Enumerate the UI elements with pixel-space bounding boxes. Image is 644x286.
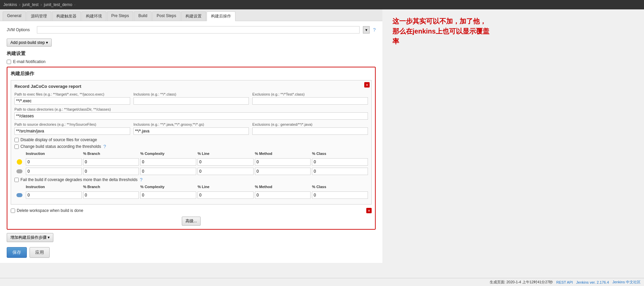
src-dir-label: Path to source directories (e.g.: **/myS… <box>14 122 130 126</box>
jacoco-section: ✕ Record JaCoCo coverage report Path to … <box>11 80 372 205</box>
src-exclusions-input[interactable] <box>252 127 368 135</box>
threshold-cloud-complexity[interactable] <box>140 168 196 175</box>
footer-version[interactable]: Jenkins ver. 2.176.4 <box>576 280 609 284</box>
delete-workspace-checkbox[interactable] <box>11 209 15 213</box>
tab-general[interactable]: General <box>3 11 26 21</box>
action-buttons: 保存 应用 <box>7 247 376 258</box>
src-dir-group: Path to source directories (e.g.: **/myS… <box>14 122 130 135</box>
cloud-blue-icon-cell <box>14 193 24 197</box>
change-build-status-help[interactable]: ? <box>103 144 106 149</box>
class-dir-input[interactable] <box>14 112 368 120</box>
tab-post-steps[interactable]: Post Steps <box>152 11 180 21</box>
delta-col-class: % Class <box>312 184 368 189</box>
delta-row-cloud <box>14 191 368 199</box>
change-build-status-checkbox[interactable] <box>14 145 19 149</box>
threshold-sun-complexity[interactable] <box>140 158 196 166</box>
tab-bar: General 源码管理 构建触发器 构建环境 Pre Steps Build … <box>0 9 382 21</box>
threshold-sun-instruction[interactable] <box>26 158 82 166</box>
threshold-cloud-line[interactable] <box>198 168 254 175</box>
tab-post-build[interactable]: 构建后操作 <box>207 11 235 21</box>
col-branch: % Branch <box>83 151 139 156</box>
threshold-sun-line[interactable] <box>198 158 254 166</box>
breadcrumb-junit-test-demo[interactable]: junit_test_demo <box>44 2 72 7</box>
exec-path-group: Path to exec files (e.g.: **/target/*.ex… <box>14 92 130 105</box>
footer-community[interactable]: Jenkins 中文社区 <box>612 280 641 285</box>
jvm-options-row: JVM Options ▼ ? <box>7 26 376 34</box>
fail-build-label: Fail the build if coverage degrades more… <box>20 177 138 182</box>
tab-trigger[interactable]: 构建触发器 <box>52 11 81 21</box>
exec-inclusions-label: Inclusions (e.g.: **/*.class) <box>133 92 249 96</box>
breadcrumb: Jenkins › junit_test › junit_test_demo · <box>0 0 644 9</box>
jacoco-remove-btn[interactable]: ✕ <box>364 82 370 88</box>
apply-button[interactable]: 应用 <box>30 247 50 258</box>
class-dir-row: Path to class directories (e.g.: **/targ… <box>14 107 368 120</box>
delta-cloud-instruction[interactable] <box>26 191 82 199</box>
delta-cloud-class[interactable] <box>312 191 368 199</box>
threshold-row-sun <box>14 158 368 166</box>
save-button[interactable]: 保存 <box>7 247 27 258</box>
tab-build-env[interactable]: 构建环境 <box>82 11 106 21</box>
fail-build-checkbox[interactable] <box>14 178 19 182</box>
sun-icon <box>17 159 22 165</box>
src-exclusions-label: Exclusions (e.g.: generated/**/*.java) <box>252 122 368 126</box>
jvm-dropdown-btn[interactable]: ▼ <box>363 26 370 34</box>
src-inclusions-group: Inclusions (e.g.: **/*.java,**/*.groovy,… <box>133 122 249 135</box>
exec-exclusions-group: Exclusions (e.g.: **/*Test*.class) <box>252 92 368 105</box>
src-row: Path to source directories (e.g.: **/myS… <box>14 122 368 135</box>
advanced-btn[interactable]: 高级... <box>182 217 201 226</box>
src-inclusions-input[interactable] <box>133 127 249 135</box>
cloud-blue-icon <box>16 193 22 197</box>
exec-inclusions-input[interactable] <box>133 97 249 105</box>
tab-build[interactable]: Build <box>134 11 152 21</box>
delta-cloud-branch[interactable] <box>83 191 139 199</box>
delta-cloud-method[interactable] <box>255 191 311 199</box>
threshold-cloud-method[interactable] <box>255 168 311 175</box>
breadcrumb-jenkins[interactable]: Jenkins <box>3 2 17 7</box>
delta-header-row: Instruction % Branch % Complexity % Line… <box>14 184 368 189</box>
tab-source[interactable]: 源码管理 <box>26 11 51 21</box>
exec-exclusions-label: Exclusions (e.g.: **/*Test*.class) <box>252 92 368 96</box>
tab-pre-steps[interactable]: Pre Steps <box>107 11 133 21</box>
build-settings-header: 构建设置 <box>7 51 376 57</box>
disable-display-row: Disable display of source files for cove… <box>14 137 368 142</box>
exec-path-input[interactable] <box>14 97 130 105</box>
jvm-help-icon[interactable]: ? <box>373 27 376 33</box>
footer-generated: 生成页面: 2020-1-4 上午12时41分27秒 <box>490 280 553 285</box>
threshold-sun-class[interactable] <box>312 158 368 166</box>
breadcrumb-junit-test[interactable]: junit_test <box>22 2 39 7</box>
fail-build-help[interactable]: ? <box>140 177 143 182</box>
col-line: % Line <box>198 151 254 156</box>
delta-col-method: % Method <box>255 184 311 189</box>
exec-row: Path to exec files (e.g.: **/target/*.ex… <box>14 92 368 105</box>
email-notification-label: E-mail Notification <box>13 59 46 64</box>
annotation-panel: 这一步其实可以不加，加了他， 那么在jenkins上也可以显示覆盖 率 <box>382 9 644 263</box>
threshold-cloud-branch[interactable] <box>83 168 139 175</box>
jvm-input[interactable] <box>37 26 360 34</box>
class-dir-label: Path to class directories (e.g.: **/targ… <box>14 107 368 111</box>
disable-display-checkbox[interactable] <box>14 138 19 142</box>
exec-inclusions-group: Inclusions (e.g.: **/*.class) <box>133 92 249 105</box>
exec-exclusions-input[interactable] <box>252 97 368 105</box>
tab-build-settings[interactable]: 构建设置 <box>181 11 206 21</box>
delta-cloud-line[interactable] <box>198 191 254 199</box>
threshold-row-cloud <box>14 168 368 175</box>
col-complexity: % Complexity <box>140 151 196 156</box>
threshold-sun-method[interactable] <box>255 158 311 166</box>
add-post-build-step-btn[interactable]: Add post-build step ▾ <box>7 39 52 47</box>
delta-cloud-complexity[interactable] <box>140 191 196 199</box>
jvm-label: JVM Options <box>7 27 34 32</box>
delta-col-line: % Line <box>198 184 254 189</box>
threshold-sun-branch[interactable] <box>83 158 139 166</box>
threshold-cloud-class[interactable] <box>312 168 368 175</box>
add-post-build-steps-btn[interactable]: 增加构建后操作步骤 ▾ <box>7 233 53 242</box>
delta-col-branch: % Branch <box>83 184 139 189</box>
post-build-container: 构建后操作 ✕ Record JaCoCo coverage report Pa… <box>7 67 376 230</box>
src-dir-input[interactable] <box>14 127 130 135</box>
delete-workspace-remove-btn[interactable]: ✕ <box>366 208 372 213</box>
threshold-cloud-instruction[interactable] <box>26 168 82 175</box>
threshold-header-row: Instruction % Branch % Complexity % Line… <box>14 151 368 156</box>
footer-rest-api[interactable]: REST API <box>556 280 573 284</box>
email-notification-checkbox[interactable] <box>7 60 11 64</box>
annotation-text: 这一步其实可以不加，加了他， 那么在jenkins上也可以显示覆盖 率 <box>392 16 634 46</box>
col-class: % Class <box>312 151 368 156</box>
